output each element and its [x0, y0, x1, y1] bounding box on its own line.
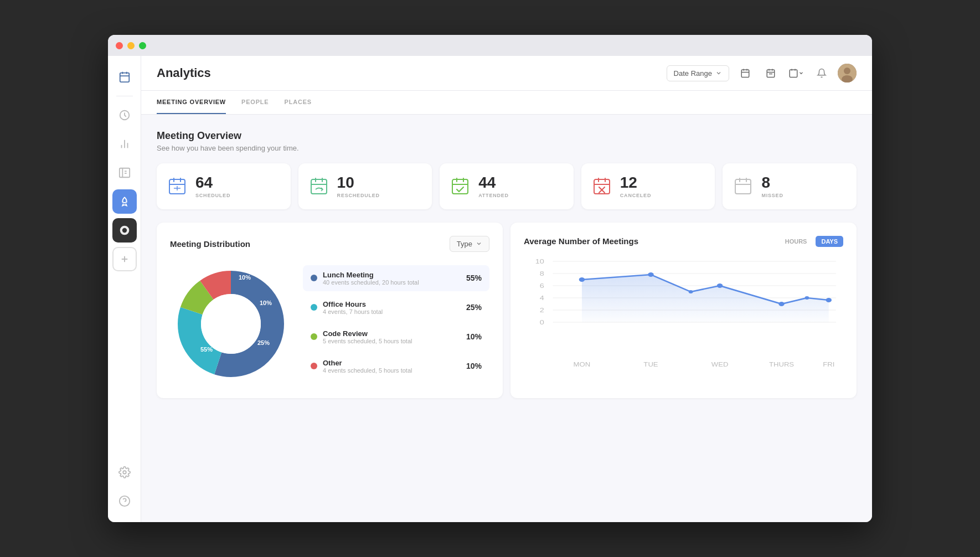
rescheduled-icon — [308, 176, 329, 197]
distribution-card: Meeting Distribution Type — [157, 223, 503, 398]
canceled-info: 12 Canceled — [620, 174, 651, 198]
svg-text:0: 0 — [540, 319, 544, 326]
svg-point-88 — [717, 283, 723, 288]
header-right: Date Range — [667, 64, 857, 82]
close-button[interactable] — [116, 42, 123, 49]
chart-toggle: HOURS DAYS — [780, 236, 843, 247]
section-subtitle: See how you have been spending your time… — [157, 144, 857, 152]
avg-meetings-title: Average Number of Meetings — [524, 236, 638, 246]
office-dot — [311, 304, 317, 311]
titlebar — [108, 35, 872, 56]
minimize-button[interactable] — [127, 42, 135, 49]
svg-point-62 — [201, 294, 261, 354]
donut-chart: 55% 25% 10% 10% — [170, 263, 292, 385]
lunch-pct: 55% — [466, 274, 482, 282]
code-desc: 5 events scheduled, 5 hours total — [323, 338, 466, 344]
scheduled-label: Scheduled — [195, 193, 230, 198]
date-range-dropdown[interactable]: Date Range — [667, 65, 729, 81]
section-title: Meeting Overview — [157, 130, 857, 142]
svg-rect-44 — [452, 179, 468, 194]
rescheduled-label: Rescheduled — [337, 193, 380, 198]
code-text: Code Review 5 events scheduled, 5 hours … — [323, 329, 466, 344]
sidebar-item-rocket[interactable] — [112, 189, 137, 214]
legend-item-office[interactable]: Office Hours 4 events, 7 hours total 25% — [303, 295, 489, 321]
code-name: Code Review — [323, 329, 466, 338]
other-dot — [311, 363, 317, 369]
scheduled-info: 64 Scheduled — [195, 174, 230, 198]
sidebar-item-add[interactable] — [112, 247, 137, 271]
sidebar-item-brand[interactable] — [112, 218, 137, 243]
svg-rect-19 — [741, 70, 749, 78]
page-title: Analytics — [157, 66, 211, 80]
lower-grid: Meeting Distribution Type — [157, 223, 857, 398]
other-pct: 10% — [466, 362, 482, 370]
lunch-desc: 40 events scheduled, 20 hours total — [323, 279, 466, 286]
attended-icon — [450, 176, 471, 197]
svg-marker-84 — [582, 275, 829, 322]
legend-item-code[interactable]: Code Review 5 events scheduled, 5 hours … — [303, 324, 489, 350]
svg-rect-40 — [311, 179, 327, 194]
office-pct: 25% — [466, 303, 482, 312]
distribution-header: Meeting Distribution Type — [170, 236, 489, 252]
svg-rect-48 — [594, 179, 610, 194]
notification-icon[interactable] — [812, 64, 831, 82]
tab-places[interactable]: Places — [285, 91, 312, 114]
legend-item-other[interactable]: Other 4 events scheduled, 5 hours total … — [303, 353, 489, 379]
app-window: Analytics Date Range — [108, 35, 872, 522]
svg-point-89 — [778, 302, 784, 306]
user-avatar[interactable] — [838, 64, 857, 82]
canceled-number: 12 — [620, 174, 651, 192]
tab-meeting-overview[interactable]: Meeting Overview — [157, 91, 226, 114]
svg-text:MON: MON — [574, 361, 591, 367]
maximize-button[interactable] — [139, 42, 146, 49]
svg-text:FRI: FRI — [823, 361, 834, 367]
svg-text:10%: 10% — [260, 300, 272, 306]
grid-view-icon[interactable] — [787, 64, 806, 82]
main-content: Analytics Date Range — [141, 56, 872, 522]
svg-point-87 — [689, 290, 693, 293]
stat-card-rescheduled: 10 Rescheduled — [298, 163, 432, 209]
svg-text:6: 6 — [540, 282, 544, 290]
date-range-label: Date Range — [674, 69, 712, 78]
distribution-content: 55% 25% 10% 10% — [170, 263, 489, 385]
avg-meetings-card: Average Number of Meetings HOURS DAYS — [510, 223, 857, 398]
lunch-dot — [311, 275, 317, 281]
other-name: Other — [323, 359, 466, 367]
svg-text:55%: 55% — [200, 346, 213, 353]
scheduled-icon — [167, 176, 188, 197]
legend-list: Lunch Meeting 40 events scheduled, 20 ho… — [303, 265, 489, 383]
legend-item-lunch[interactable]: Lunch Meeting 40 events scheduled, 20 ho… — [303, 265, 489, 291]
sidebar-item-clock[interactable] — [112, 103, 137, 127]
sidebar-item-help[interactable] — [112, 489, 137, 513]
sidebar-item-analytics[interactable] — [112, 132, 137, 156]
rescheduled-info: 10 Rescheduled — [337, 174, 380, 198]
attended-info: 44 Attended — [478, 174, 509, 198]
toggle-hours[interactable]: HOURS — [780, 236, 813, 247]
distribution-title: Meeting Distribution — [170, 239, 250, 249]
svg-text:THURS: THURS — [769, 361, 794, 367]
sidebar-item-contacts[interactable] — [112, 161, 137, 185]
svg-point-91 — [826, 298, 832, 302]
list-view-icon[interactable] — [761, 64, 780, 82]
app-body: Analytics Date Range — [108, 56, 872, 522]
type-dropdown[interactable]: Type — [450, 236, 489, 252]
sidebar-item-calendar[interactable] — [112, 65, 137, 89]
svg-point-16 — [123, 471, 126, 474]
calendar-view-icon[interactable] — [736, 64, 755, 82]
svg-text:10%: 10% — [239, 274, 251, 281]
svg-point-86 — [648, 272, 653, 277]
tab-people[interactable]: People — [241, 91, 269, 114]
svg-text:10: 10 — [535, 258, 544, 265]
svg-text:4: 4 — [540, 295, 544, 302]
canceled-label: Canceled — [620, 193, 651, 198]
missed-icon — [733, 176, 754, 197]
line-chart: 10 8 6 4 2 0 MON TUE WED THURS — [524, 256, 843, 378]
stat-card-missed: 8 Missed — [723, 163, 857, 209]
missed-label: Missed — [761, 193, 783, 198]
sidebar-item-settings[interactable] — [112, 460, 137, 484]
code-pct: 10% — [466, 332, 482, 341]
stat-card-canceled: 12 Canceled — [581, 163, 715, 209]
svg-text:WED: WED — [711, 361, 729, 367]
svg-rect-28 — [790, 70, 797, 78]
toggle-days[interactable]: DAYS — [816, 236, 843, 247]
